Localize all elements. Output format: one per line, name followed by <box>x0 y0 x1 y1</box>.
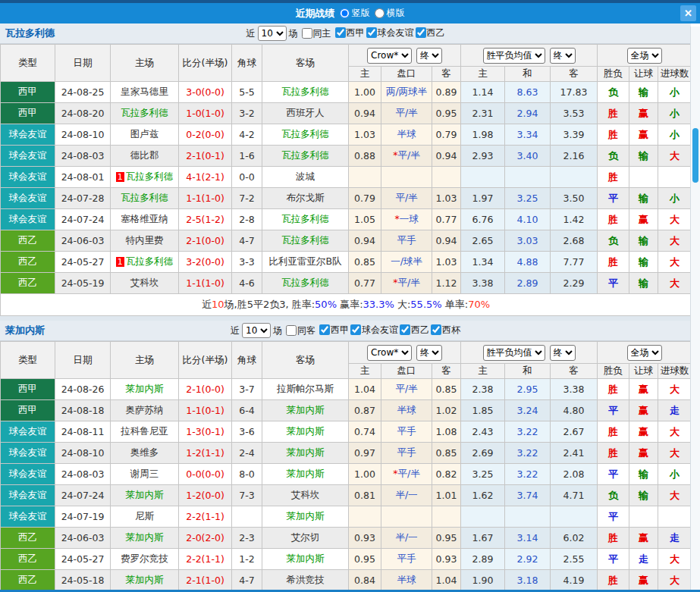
away-team-name: 比利亚雷亚尔B队 <box>268 255 341 267</box>
avg-time-select[interactable]: 终 <box>550 48 576 64</box>
cell-corners: 4-6 <box>232 273 262 294</box>
close-button[interactable]: ✕ <box>680 5 696 21</box>
match-row: 球会友谊24-08-03德比郡2-1(0-1)1-6瓦拉多利德0.88*平/半0… <box>1 146 692 167</box>
summary-segment: 70% <box>468 299 490 310</box>
cell-result-wdl: 胜 <box>598 124 629 146</box>
match-row: 西甲24-08-18奥萨苏纳1-1(0-1)6-4莱加内斯0.87半球1.021… <box>1 400 692 421</box>
cell-avg-draw: 2.92 <box>505 549 551 570</box>
cell-home-team: 特内里费 <box>111 230 179 252</box>
cell-corners: 3-2 <box>232 103 262 124</box>
cell-odds-home: 0.79 <box>349 188 381 209</box>
cell-avg-home: 2.89 <box>461 549 505 570</box>
league-checkbox[interactable] <box>335 27 346 38</box>
home-team-name: 谢周三 <box>130 468 159 479</box>
match-count-select[interactable]: 10 <box>258 26 287 41</box>
home-team-name: 奥萨苏纳 <box>126 404 164 415</box>
cell-result-goals: 大 <box>658 421 692 443</box>
cell-odds-home: 0.95 <box>349 549 381 570</box>
col-score: 比分(半场) <box>179 45 232 82</box>
fulltime-select[interactable]: 全场 <box>627 345 662 361</box>
scrollbar-track[interactable] <box>690 27 700 590</box>
cell-avg-home: 1.14 <box>461 82 505 103</box>
avg-time-select[interactable]: 终 <box>550 345 576 361</box>
cell-avg-home: 1.67 <box>461 528 505 549</box>
near-label: 近 <box>231 324 240 337</box>
league-checkbox[interactable] <box>366 27 377 38</box>
layout-option-horizontal[interactable]: 横版 <box>372 7 405 20</box>
league-checkbox[interactable] <box>431 324 441 335</box>
league-filter[interactable]: 西甲 <box>334 27 365 39</box>
cell-avg-draw: 3.18 <box>505 570 551 591</box>
league-filter[interactable]: 西杯 <box>429 324 460 337</box>
cell-avg-home: 1.98 <box>461 124 505 146</box>
match-count-select[interactable]: 10 <box>242 323 271 338</box>
col-date: 日期 <box>55 45 111 82</box>
avg-odds-select[interactable]: 胜平负均值 <box>483 345 545 361</box>
summary-segment: 10 <box>212 299 224 310</box>
league-filter[interactable]: 球会友谊 <box>349 324 398 337</box>
cell-score: 3-2(0-0) <box>179 252 232 273</box>
col-result-handicap: 让球 <box>629 67 658 82</box>
cell-odds-home: 0.88 <box>349 146 381 167</box>
cell-avg-home <box>461 506 505 528</box>
odds-time-select[interactable]: 终 <box>416 48 442 64</box>
layout-option-vertical[interactable]: 竖版 <box>337 7 370 20</box>
cell-avg-home: 2.38 <box>461 379 505 400</box>
cell-handicap: 半球 <box>381 400 432 421</box>
home-team-name: 瓦拉多利德 <box>121 107 168 118</box>
cell-odds-away: 0.89 <box>432 82 461 103</box>
col-home: 主场 <box>111 342 179 379</box>
odds-provider-select[interactable]: Crow* <box>367 345 412 361</box>
same-venue-label: 同客 <box>297 324 315 337</box>
cell-avg-home: 2.69 <box>461 443 505 464</box>
same-venue-checkbox[interactable] <box>286 325 297 336</box>
summary-segment: 单率: <box>442 299 469 310</box>
away-team-name: 瓦拉多利德 <box>281 213 329 224</box>
cell-avg-home: 3.38 <box>461 273 505 294</box>
league-filter[interactable]: 西乙 <box>414 27 445 39</box>
cell-result-handicap: 输 <box>629 146 658 167</box>
cell-league-type: 西乙 <box>1 273 55 294</box>
cell-score: 1-0(1-0) <box>179 103 232 124</box>
cell-score: 2-1(1-0) <box>179 570 232 591</box>
fulltime-header: 全场 <box>598 342 692 364</box>
home-team-name: 莱加内斯 <box>126 489 164 500</box>
same-venue-checkbox[interactable] <box>302 28 312 39</box>
match-row: 球会友谊24-07-24塞格维亚纳2-5(1-2)2-8瓦拉多利德1.05*一球… <box>1 209 692 230</box>
league-filter[interactable]: 西乙 <box>398 324 429 337</box>
home-team-name: 瓦拉多利德 <box>126 255 174 267</box>
cell-date: 24-07-28 <box>55 188 111 209</box>
league-checkbox[interactable] <box>350 324 361 335</box>
league-filter[interactable]: 球会友谊 <box>365 27 414 39</box>
vertical-radio[interactable] <box>340 8 350 18</box>
odds-provider-select[interactable]: Crow* <box>367 48 412 64</box>
cell-date: 24-08-20 <box>55 103 111 124</box>
league-checkbox[interactable] <box>400 324 410 335</box>
cell-odds-away <box>432 506 461 528</box>
league-checkbox[interactable] <box>416 27 426 38</box>
cell-away-team: 莱加内斯 <box>262 506 349 528</box>
league-label: 球会友谊 <box>362 324 398 337</box>
fulltime-select[interactable]: 全场 <box>627 48 662 64</box>
col-avg-away: 客 <box>551 67 598 82</box>
league-filter[interactable]: 西甲 <box>318 324 349 337</box>
cell-avg-away: 3.50 <box>551 188 598 209</box>
cell-odds-home: 0.74 <box>349 421 381 443</box>
cell-avg-draw: 4.10 <box>505 209 551 230</box>
avg-odds-select[interactable]: 胜平负均值 <box>483 48 545 64</box>
odds-time-select[interactable]: 终 <box>416 345 442 361</box>
home-team-name: 莱加内斯 <box>126 383 164 394</box>
cell-avg-away: 7.77 <box>551 252 598 273</box>
summary-segment: 大: <box>394 299 411 310</box>
horizontal-radio[interactable] <box>375 8 385 18</box>
cell-corners: 4-7 <box>232 230 262 252</box>
same-venue-filter[interactable]: 同客 <box>284 324 315 337</box>
same-venue-filter[interactable]: 同主 <box>300 27 331 40</box>
league-label: 西甲 <box>331 324 349 337</box>
cell-avg-draw: 3.22 <box>505 443 551 464</box>
cell-result-goals: 大 <box>658 443 692 464</box>
league-checkbox[interactable] <box>319 324 330 335</box>
cell-score: 1-2(0-0) <box>179 485 232 506</box>
scrollbar-thumb[interactable] <box>692 128 698 183</box>
away-team-name: 西班牙人 <box>287 107 325 118</box>
